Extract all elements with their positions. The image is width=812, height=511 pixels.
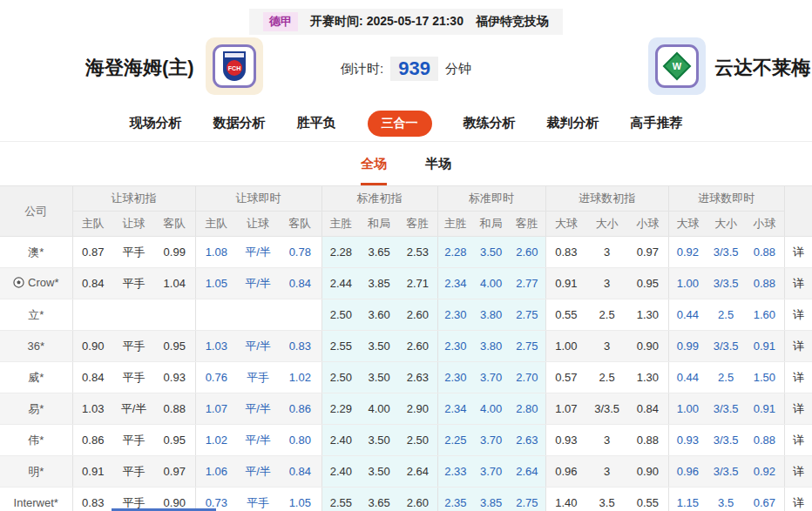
odds-cell: 3/3.5 xyxy=(707,237,745,268)
fch-crest-icon: FCH xyxy=(213,44,256,88)
svg-text:W: W xyxy=(673,61,682,71)
column-subheader: 和局 xyxy=(360,212,398,237)
detail-link[interactable]: 详 xyxy=(784,393,812,425)
detail-link[interactable]: 详 xyxy=(784,299,812,331)
detail-link[interactable]: 详 xyxy=(784,487,812,511)
company-cell[interactable]: Interwet* xyxy=(0,487,72,511)
table-row: 易*1.03平/半0.881.07平/半0.862.294.002.902.34… xyxy=(0,393,812,425)
table-row: 威*0.84平手0.930.76平手1.022.503.502.632.303.… xyxy=(0,362,812,393)
odds-table: 公司让球初指让球即时标准初指标准即时进球数初指进球数即时主队让球客队主队让球客队… xyxy=(0,185,812,511)
odds-cell: 0.99 xyxy=(668,331,707,362)
column-subheader: 主胜 xyxy=(321,212,360,237)
nav-tab-item[interactable]: 胜平负 xyxy=(297,115,336,131)
odds-cell: 3.85 xyxy=(360,268,398,299)
odds-cell: 0.84 xyxy=(627,393,668,425)
nav-tab-item[interactable]: 数据分析 xyxy=(213,115,266,131)
odds-cell: 0.90 xyxy=(72,331,113,362)
detail-link[interactable]: 详 xyxy=(784,456,812,487)
odds-cell: 平/半 xyxy=(237,268,279,299)
column-subheader: 客队 xyxy=(154,212,195,237)
company-cell[interactable]: 澳* xyxy=(0,237,72,268)
odds-cell: 3/3.5 xyxy=(707,331,745,362)
odds-cell: 2.35 xyxy=(437,487,473,511)
home-team-name: 海登海姆(主) xyxy=(85,55,194,81)
odds-cell: 3/3.5 xyxy=(707,425,745,456)
odds-cell: 0.44 xyxy=(668,299,707,331)
detail-link[interactable]: 详 xyxy=(784,362,812,393)
odds-cell: 0.97 xyxy=(154,456,195,487)
odds-cell: 2.5 xyxy=(586,362,627,393)
odds-cell: 0.91 xyxy=(745,331,784,362)
odds-cell: 2.29 xyxy=(321,393,360,425)
odds-cell: 2.28 xyxy=(321,237,360,268)
column-header-company: 公司 xyxy=(0,186,72,237)
odds-cell: 3/3.5 xyxy=(586,393,627,425)
table-row: 伟*0.86平手0.951.02平/半0.802.403.502.502.253… xyxy=(0,425,812,456)
odds-cell: 4.00 xyxy=(360,393,398,425)
odds-cell: 2.75 xyxy=(509,331,545,362)
away-team-name: 云达不莱梅 xyxy=(714,55,810,81)
company-name: 威* xyxy=(28,371,44,384)
odds-cell: 3.50 xyxy=(360,425,398,456)
odds-cell: 2.53 xyxy=(398,237,437,268)
column-subheader: 大球 xyxy=(668,212,707,237)
nav-tab-item[interactable]: 教练分析 xyxy=(464,115,516,131)
odds-cell: 0.78 xyxy=(279,237,321,268)
tab-full-match[interactable]: 全场 xyxy=(361,156,387,185)
company-cell[interactable]: 立* xyxy=(0,299,72,331)
odds-cell: 1.00 xyxy=(668,268,707,299)
nav-tab-item[interactable]: 现场分析 xyxy=(130,115,182,131)
column-subheader: 主队 xyxy=(195,212,237,237)
odds-cell: 0.97 xyxy=(627,237,668,268)
detail-link[interactable]: 详 xyxy=(784,331,812,362)
odds-cell: 0.84 xyxy=(279,456,321,487)
company-cell[interactable]: 易* xyxy=(0,393,72,425)
company-cell[interactable]: Crow* xyxy=(0,268,72,299)
company-cell[interactable]: 伟* xyxy=(0,425,72,456)
odds-cell: 2.5 xyxy=(707,299,745,331)
company-cell[interactable]: 威* xyxy=(0,362,72,393)
odds-cell: 2.33 xyxy=(437,456,473,487)
odds-cell: 平手 xyxy=(113,487,154,511)
detail-link[interactable]: 详 xyxy=(784,425,812,456)
odds-cell: 1.03 xyxy=(72,393,113,425)
odds-cell: 2.30 xyxy=(437,362,473,393)
top-info-bar: 德甲 开赛时间: 2025-05-17 21:30 福伊特竞技场 xyxy=(0,0,812,32)
tab-half-match[interactable]: 半场 xyxy=(425,156,451,185)
odds-cell: 平/半 xyxy=(237,425,279,456)
odds-cell: 3 xyxy=(586,456,627,487)
odds-cell: 平/半 xyxy=(237,393,279,425)
column-subheader: 客胜 xyxy=(398,212,437,237)
nav-tab-active[interactable]: 三合一 xyxy=(368,111,432,137)
odds-cell: 0.88 xyxy=(745,237,784,268)
odds-cell: 2.50 xyxy=(321,299,360,331)
detail-link[interactable]: 详 xyxy=(784,268,812,299)
odds-cell: 0.83 xyxy=(545,237,586,268)
odds-cell: 平/半 xyxy=(237,456,279,487)
company-cell[interactable]: 36* xyxy=(0,331,72,362)
odds-cell xyxy=(154,299,195,331)
odds-cell: 3 xyxy=(586,425,627,456)
company-cell[interactable]: 明* xyxy=(0,456,72,487)
odds-cell: 3.80 xyxy=(473,331,509,362)
detail-link[interactable]: 详 xyxy=(784,237,812,268)
odds-cell: 1.50 xyxy=(745,362,784,393)
nav-tab-item[interactable]: 裁判分析 xyxy=(547,115,599,131)
odds-cell: 0.96 xyxy=(668,456,707,487)
nav-tab-item[interactable]: 高手推荐 xyxy=(631,115,683,131)
soccer-ball-icon xyxy=(13,277,24,291)
odds-cell: 0.92 xyxy=(745,456,784,487)
odds-cell: 3.50 xyxy=(360,362,398,393)
odds-cell xyxy=(113,299,154,331)
odds-cell: 2.55 xyxy=(321,487,360,511)
odds-cell: 0.95 xyxy=(154,331,195,362)
table-row: Interwet*0.83平手0.900.73平手1.052.553.652.6… xyxy=(0,487,812,511)
odds-cell: 0.92 xyxy=(668,237,707,268)
odds-cell: 2.40 xyxy=(321,425,360,456)
odds-cell: 1.04 xyxy=(154,268,195,299)
odds-cell: 1.00 xyxy=(668,393,707,425)
odds-cell: 0.88 xyxy=(745,268,784,299)
column-subheader: 大小 xyxy=(707,212,745,237)
odds-cell: 2.30 xyxy=(437,331,473,362)
odds-cell: 2.60 xyxy=(398,487,437,511)
